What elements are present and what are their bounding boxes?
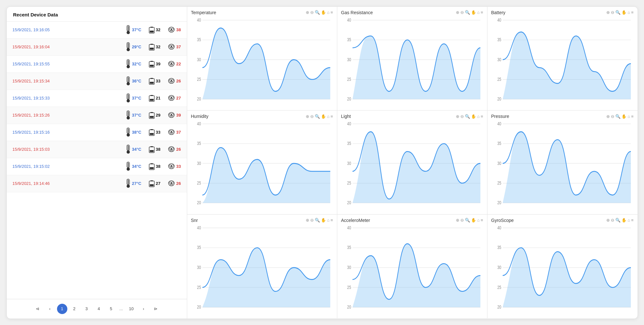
- chart-ctrl-3[interactable]: ✋: [321, 114, 326, 119]
- chart-ctrl-3[interactable]: ✋: [321, 10, 326, 15]
- chart-ctrl-5[interactable]: ≡: [481, 114, 483, 119]
- chart-ctrl-1[interactable]: ⊖: [310, 114, 314, 119]
- chart-ctrl-4[interactable]: ⌂: [327, 218, 330, 223]
- gas-mask-icon: [168, 60, 175, 68]
- chart-ctrl-2[interactable]: 🔍: [465, 10, 470, 15]
- chart-ctrl-5[interactable]: ≡: [631, 114, 634, 119]
- svg-rect-83: [150, 150, 154, 152]
- pg-btn-4[interactable]: 4: [94, 304, 104, 314]
- chart-ctrl-4[interactable]: ⌂: [628, 114, 630, 119]
- chart-ctrl-3[interactable]: ✋: [471, 114, 476, 119]
- chart-controls: ⊕⊖🔍✋⌂≡: [456, 10, 483, 15]
- chart-header: GyroScope⊕⊖🔍✋⌂≡: [491, 218, 634, 223]
- chart-ctrl-5[interactable]: ≡: [481, 218, 483, 223]
- pg-first-btn[interactable]: ⊲: [33, 304, 43, 314]
- chart-ctrl-2[interactable]: 🔍: [315, 218, 320, 223]
- gas-sensor: 26: [168, 180, 181, 187]
- svg-text:35: 35: [197, 141, 201, 146]
- chart-ctrl-0[interactable]: ⊕: [606, 218, 610, 223]
- chart-ctrl-4[interactable]: ⌂: [477, 218, 480, 223]
- temp-sensor: * 34°C: [125, 161, 141, 172]
- chart-ctrl-3[interactable]: ✋: [621, 114, 627, 119]
- chart-ctrl-1[interactable]: ⊖: [611, 114, 614, 119]
- chart-ctrl-4[interactable]: ⌂: [327, 10, 330, 15]
- chart-ctrl-3[interactable]: ✋: [321, 218, 326, 223]
- svg-point-13: [127, 48, 130, 51]
- chart-ctrl-5[interactable]: ≡: [631, 10, 634, 15]
- table-row[interactable]: 15/9/2021, 19:15:34 * 36°C 33: [7, 73, 187, 90]
- chart-ctrl-5[interactable]: ≡: [331, 114, 333, 119]
- chart-ctrl-0[interactable]: ⊕: [306, 10, 309, 15]
- chart-ctrl-1[interactable]: ⊖: [460, 10, 464, 15]
- chart-ctrl-5[interactable]: ≡: [331, 218, 333, 223]
- pg-btn-1[interactable]: 1: [57, 304, 67, 314]
- chart-ctrl-4[interactable]: ⌂: [628, 218, 630, 223]
- table-row[interactable]: 15/9/2021, 19:15:26 * 37°C 29: [7, 107, 187, 124]
- chart-ctrl-4[interactable]: ⌂: [327, 114, 330, 119]
- chart-ctrl-2[interactable]: 🔍: [615, 218, 620, 223]
- pg-last-btn[interactable]: ⊳: [150, 304, 161, 314]
- temp-value: 37°C: [132, 96, 141, 100]
- chart-controls: ⊕⊖🔍✋⌂≡: [306, 10, 333, 15]
- temp-sensor: * 27°C: [125, 178, 141, 189]
- chart-cell-gas-resistance: Gas Resistance⊕⊖🔍✋⌂≡ 2025303540: [337, 7, 487, 111]
- pg-btn-5[interactable]: 5: [106, 304, 116, 314]
- svg-text:*: *: [127, 128, 127, 129]
- pg-btn-3[interactable]: 3: [82, 304, 92, 314]
- chart-ctrl-3[interactable]: ✋: [471, 10, 476, 15]
- chart-area: 2025303540: [341, 224, 483, 317]
- chart-ctrl-0[interactable]: ⊕: [606, 114, 610, 119]
- table-row[interactable]: 15/9/2021, 19:16:05 * 37°C 32: [7, 22, 187, 39]
- svg-text:40: 40: [497, 121, 501, 126]
- chart-ctrl-3[interactable]: ✋: [471, 218, 476, 223]
- chart-svg: 2025303540: [191, 16, 333, 109]
- chart-ctrl-1[interactable]: ⊖: [460, 114, 464, 119]
- chart-ctrl-0[interactable]: ⊕: [306, 218, 309, 223]
- chart-ctrl-0[interactable]: ⊕: [456, 218, 459, 223]
- chart-ctrl-2[interactable]: 🔍: [615, 114, 620, 119]
- pg-btn-2[interactable]: 2: [69, 304, 80, 314]
- chart-ctrl-2[interactable]: 🔍: [615, 10, 620, 15]
- chart-ctrl-5[interactable]: ≡: [481, 10, 483, 15]
- bat-value: 33: [156, 79, 160, 83]
- pg-prev-btn[interactable]: ‹: [45, 304, 55, 314]
- chart-ctrl-5[interactable]: ≡: [631, 218, 634, 223]
- chart-ctrl-5[interactable]: ≡: [331, 10, 333, 15]
- pg-next-btn[interactable]: ›: [138, 304, 149, 314]
- chart-ctrl-1[interactable]: ⊖: [310, 10, 314, 15]
- pg-btn-10[interactable]: 10: [126, 304, 136, 314]
- chart-ctrl-2[interactable]: 🔍: [465, 114, 470, 119]
- chart-ctrl-2[interactable]: 🔍: [465, 218, 470, 223]
- chart-ctrl-1[interactable]: ⊖: [310, 218, 314, 223]
- temp-sensor: * 32°C: [125, 59, 141, 69]
- bat-sensor: 38: [149, 163, 160, 170]
- svg-text:40: 40: [197, 121, 201, 126]
- chart-ctrl-1[interactable]: ⊖: [611, 10, 614, 15]
- chart-title: Battery: [491, 10, 505, 15]
- chart-ctrl-3[interactable]: ✋: [621, 10, 627, 15]
- svg-text:30: 30: [197, 160, 201, 166]
- table-row[interactable]: 15/9/2021, 19:15:03 * 34°C 38: [7, 141, 187, 158]
- chart-ctrl-1[interactable]: ⊖: [460, 218, 464, 223]
- chart-ctrl-3[interactable]: ✋: [621, 218, 627, 223]
- row-timestamp: 15/9/2021, 19:15:16: [13, 130, 64, 135]
- table-row[interactable]: 15/9/2021, 19:14:46 * 27°C 27: [7, 175, 187, 192]
- chart-ctrl-0[interactable]: ⊕: [456, 114, 459, 119]
- chart-ctrl-4[interactable]: ⌂: [477, 114, 480, 119]
- table-row[interactable]: 15/9/2021, 19:15:55 * 32°C 39: [7, 56, 187, 73]
- svg-rect-72: [150, 133, 154, 135]
- chart-ctrl-2[interactable]: 🔍: [315, 114, 320, 119]
- svg-text:20: 20: [197, 96, 201, 101]
- chart-ctrl-0[interactable]: ⊕: [606, 10, 610, 15]
- chart-ctrl-0[interactable]: ⊕: [306, 114, 309, 119]
- right-panel: Temperature⊕⊖🔍✋⌂≡ 2025303540 Gas Resista…: [187, 7, 638, 319]
- table-row[interactable]: 15/9/2021, 19:15:16 * 38°C 33: [7, 124, 187, 141]
- chart-ctrl-4[interactable]: ⌂: [628, 10, 630, 15]
- chart-ctrl-1[interactable]: ⊖: [611, 218, 614, 223]
- table-row[interactable]: 15/9/2021, 19:15:33 * 37°C 21: [7, 90, 187, 107]
- chart-ctrl-4[interactable]: ⌂: [477, 10, 480, 15]
- table-row[interactable]: 15/9/2021, 19:16:04 * 29°C 32: [7, 39, 187, 56]
- chart-ctrl-2[interactable]: 🔍: [315, 10, 320, 15]
- chart-ctrl-0[interactable]: ⊕: [456, 10, 459, 15]
- table-row[interactable]: 15/9/2021, 19:15:02 * 34°C 38: [7, 158, 187, 175]
